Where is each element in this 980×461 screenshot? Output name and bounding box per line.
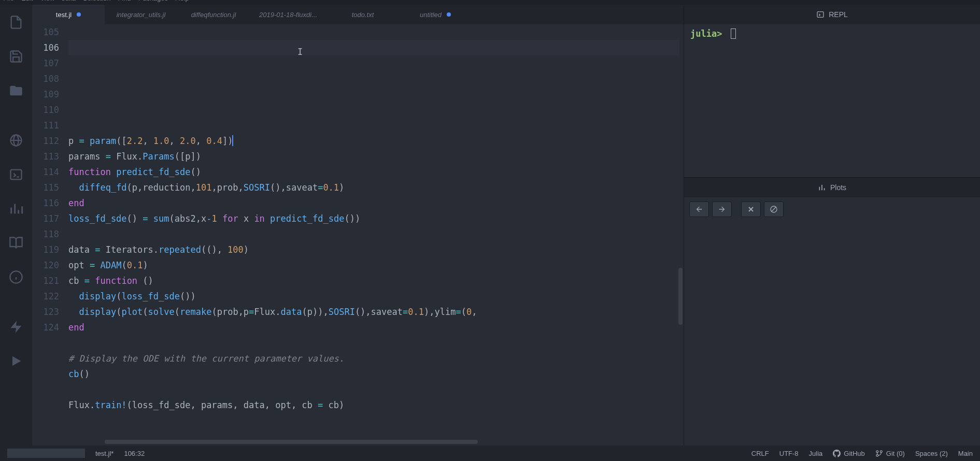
tab-diffeq[interactable]: diffeqfunction.jl [177,5,250,24]
status-lang[interactable]: Julia [809,450,823,457]
status-spaces[interactable]: Spaces (2) [915,450,948,457]
status-eol[interactable]: CRLF [751,450,769,457]
plot-next-button[interactable] [712,201,732,217]
info-icon[interactable] [9,270,23,284]
repl-icon [816,10,825,19]
gutter: 1051061071081091101111121131141151161171… [32,24,68,445]
tab-label: untitled [420,11,442,19]
modified-indicator-icon [447,12,451,17]
svg-line-21 [771,207,776,211]
status-encoding[interactable]: UTF-8 [779,450,799,457]
save-icon[interactable] [9,49,23,64]
current-line-highlight [68,40,679,55]
status-github[interactable]: GitHub [833,450,864,457]
svg-marker-12 [11,321,22,333]
repl-prompt: julia> [690,28,722,39]
plots-header[interactable]: Plots [684,178,980,197]
menu-help[interactable]: Help [175,0,189,5]
tab-label: todo.txt [352,11,374,19]
repl-title: REPL [829,10,848,19]
tab-todo[interactable]: todo.txt [326,5,399,24]
plot-prev-button[interactable] [689,201,709,217]
repl-body[interactable]: julia> [684,24,980,177]
tab-integrator[interactable]: integrator_utils.jl [105,5,177,24]
status-right: CRLF UTF-8 Julia GitHub Git (0) Spaces (… [751,450,973,457]
status-git[interactable]: Git (0) [875,450,905,457]
docs-icon[interactable] [9,236,23,250]
svg-point-22 [876,450,878,452]
repl-cursor-icon [731,28,736,39]
text-cursor-icon: I [297,44,303,60]
modified-indicator-icon [77,12,81,17]
folder-icon[interactable] [9,83,23,98]
svg-marker-13 [12,356,21,366]
right-panel: REPL julia> Plots [684,5,980,445]
tabs: test.jl integrator_utils.jl diffeqfuncti… [32,5,684,24]
plots-toolbar [684,197,980,221]
new-file-icon[interactable] [9,15,23,30]
plot-close-button[interactable] [741,201,761,217]
sidebar [0,5,32,445]
status-cursor[interactable]: 106:32 [124,449,145,458]
menu-view[interactable]: View [40,0,54,5]
tab-fluxdi[interactable]: 2019-01-18-fluxdi... [250,5,326,24]
tab-test[interactable]: test.jl [32,5,105,24]
main-area: test.jl integrator_utils.jl diffeqfuncti… [0,5,980,445]
status-left: test.jl* 106:32 [7,449,145,458]
terminal-icon[interactable] [9,167,23,182]
git-branch-icon [875,450,883,457]
status-branch[interactable]: Main [958,450,973,457]
svg-point-23 [880,450,882,452]
tab-label: diffeqfunction.jl [191,11,236,19]
status-loading-indicator [7,449,85,458]
plot-cancel-button[interactable] [764,201,784,217]
github-icon [833,450,841,457]
tab-label: test.jl [56,11,72,19]
menu-find[interactable]: Find [118,0,131,5]
editor[interactable]: 1051061071081091101111121131141151161171… [32,24,684,445]
plots-title: Plots [830,183,846,192]
menu-edit[interactable]: Edit [21,0,33,5]
menu-julia[interactable]: Julia [62,0,76,5]
menu-file[interactable]: File [3,0,14,5]
repl-header[interactable]: REPL [684,5,980,24]
plots-panel: Plots [684,177,980,445]
horizontal-scrollbar[interactable] [105,440,478,444]
statusbar: test.jl* 106:32 CRLF UTF-8 Julia GitHub … [0,445,980,461]
svg-rect-3 [11,170,22,180]
play-icon[interactable] [9,354,23,368]
plots-icon[interactable] [9,201,23,216]
remote-icon[interactable] [9,133,23,148]
bolt-icon[interactable] [9,320,23,334]
menu-selection[interactable]: Selection [83,0,110,5]
tab-label: integrator_utils.jl [117,11,166,19]
menu-packages[interactable]: Packages [138,0,168,5]
svg-point-24 [876,454,878,456]
editor-panel: test.jl integrator_utils.jl diffeqfuncti… [32,5,684,445]
menubar: File Edit View Julia Selection Find Pack… [0,0,980,5]
tab-untitled[interactable]: untitled [399,5,472,24]
svg-rect-14 [817,12,823,18]
tab-label: 2019-01-18-fluxdi... [259,11,317,19]
status-file[interactable]: test.jl* [95,449,113,458]
code-area[interactable]: I p = param([2.2, 1.0, 2.0, 0.4]) params… [68,24,684,445]
plots-bar-icon [818,183,826,192]
code-content: p = param([2.2, 1.0, 2.0, 0.4]) params =… [68,118,684,428]
